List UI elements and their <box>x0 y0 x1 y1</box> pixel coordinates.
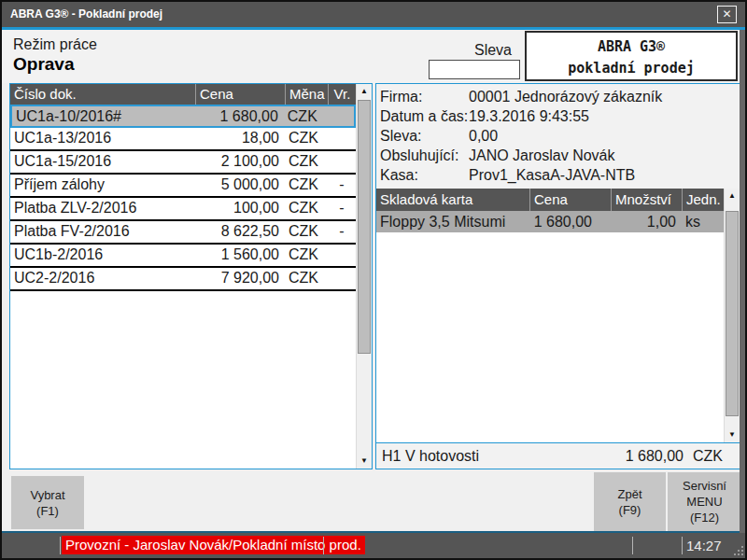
doc-number: UC1a-15/2016 <box>10 151 195 173</box>
items-table-empty-area <box>376 232 724 442</box>
doc-currency: CZK <box>285 198 328 219</box>
buttons-bar: Vybrat (F1) Zpět (F9) Servisní MENU (F12… <box>2 469 745 531</box>
doc-number: UC1b-2/2016 <box>10 245 195 266</box>
doc-price: 8 622,50 <box>195 221 285 243</box>
info-value: 00001 Jednorázový zákazník <box>469 88 740 107</box>
info-label: Datum a čas: <box>376 107 469 127</box>
doc-return-flag <box>328 128 356 149</box>
items-table: Skladová karta Cena Množství Jedn. Flopp… <box>376 189 724 442</box>
scrollbar-thumb[interactable] <box>358 100 371 354</box>
discount-input[interactable] <box>429 60 520 79</box>
doc-currency: CZK <box>285 151 328 173</box>
info-row-operator: Obsluhující: JANO Jaroslav Novák <box>376 147 740 166</box>
doc-return-flag <box>328 151 356 173</box>
table-row[interactable]: UC2-2/2016 7 920,00 CZK <box>10 268 356 291</box>
select-button[interactable]: Vybrat (F1) <box>11 476 84 529</box>
header-panel: Režim práce Oprava Sleva ABRA G3® poklad… <box>2 30 745 83</box>
doc-price: 1 560,00 <box>195 245 285 266</box>
table-row[interactable]: UC1b-2/2016 1 560,00 CZK <box>10 245 356 268</box>
table-row[interactable]: UC1a-13/2016 18,00 CZK <box>10 128 356 151</box>
status-clock: 14:27 <box>686 538 722 553</box>
item-quantity: 1,00 <box>611 211 682 232</box>
column-header-quantity: Množství <box>611 189 682 211</box>
back-button-fkey: (F9) <box>594 502 666 518</box>
doc-price: 100,00 <box>195 198 285 219</box>
title-bar: ABRA G3® - Pokladní prodej ✕ <box>2 2 745 27</box>
item-price: 1 680,00 <box>529 211 611 232</box>
detail-panel: Firma: 00001 Jednorázový zákazník Datum … <box>375 83 740 469</box>
doc-price: 7 920,00 <box>195 268 285 289</box>
document-info: Firma: 00001 Jednorázový zákazník Datum … <box>376 84 740 189</box>
service-button-fkey: (F12) <box>668 510 741 525</box>
doc-price: 18,00 <box>195 128 285 149</box>
info-value: 19.3.2016 9:43:55 <box>469 107 740 127</box>
doc-currency: CZK <box>285 268 328 289</box>
table-row[interactable]: UC1a-10/2016# 1 680,00 CZK <box>10 105 356 128</box>
column-header-price: Cena <box>195 84 285 105</box>
info-label: Firma: <box>376 88 469 107</box>
window-title: ABRA G3® - Pokladní prodej <box>10 7 162 21</box>
doc-number: Platba ZLV-2/2016 <box>10 198 195 219</box>
work-mode-value: Oprava <box>13 54 74 75</box>
documents-table-header: Číslo dok. Cena Měna Vr. <box>10 84 356 105</box>
items-scrollbar[interactable]: ▲ ▼ <box>724 189 740 442</box>
doc-currency: CZK <box>285 221 328 243</box>
info-value: JANO Jaroslav Novák <box>469 147 740 166</box>
doc-return-flag: - <box>328 221 356 243</box>
total-amount: 1 680,00 <box>626 448 684 465</box>
scroll-down-icon[interactable]: ▼ <box>357 454 372 469</box>
info-value: Prov1_KasaA-JAVA-NTB <box>469 166 740 186</box>
scroll-up-icon[interactable]: ▲ <box>725 189 740 203</box>
info-label: Kasa: <box>376 166 469 186</box>
documents-scrollbar[interactable]: ▲ ▼ <box>356 84 372 469</box>
column-header-unit: Jedn. <box>682 189 724 211</box>
info-row-datetime: Datum a čas: 19.3.2016 9:43:55 <box>376 107 740 127</box>
item-row[interactable]: Floppy 3,5 Mitsumi 1 680,00 1,00 ks <box>376 211 724 232</box>
doc-number: UC1a-13/2016 <box>10 128 195 149</box>
table-row[interactable]: Platba FV-2/2016 8 622,50 CZK - <box>10 221 356 245</box>
resize-grip[interactable] <box>733 545 743 555</box>
doc-currency: CZK <box>285 175 328 196</box>
items-table-header: Skladová karta Cena Množství Jedn. <box>376 189 724 211</box>
status-user-location: Provozní - Jaroslav Novák/Pokladní místo… <box>62 536 365 554</box>
table-row[interactable]: Příjem zálohy 5 000,00 CZK - <box>10 175 356 198</box>
column-header-currency: Měna <box>285 84 328 105</box>
documents-table: Číslo dok. Cena Měna Vr. UC1a-10/2016# 1… <box>10 84 356 469</box>
doc-number: Příjem zálohy <box>10 175 195 196</box>
total-currency: CZK <box>684 448 740 465</box>
service-menu-button[interactable]: Servisní MENU (F12) <box>668 472 741 531</box>
doc-currency: CZK <box>285 245 328 266</box>
items-area: Skladová karta Cena Množství Jedn. Flopp… <box>376 189 740 442</box>
app-logo: ABRA G3® pokladní prodej <box>525 31 738 81</box>
service-button-label2: MENU <box>668 494 741 510</box>
scroll-down-icon[interactable]: ▼ <box>725 427 740 442</box>
doc-price: 5 000,00 <box>195 175 285 196</box>
work-mode-label: Režim práce <box>13 36 97 53</box>
column-header-doc-number: Číslo dok. <box>10 84 195 105</box>
doc-currency: CZK <box>285 128 328 149</box>
item-name: Floppy 3,5 Mitsumi <box>376 211 529 232</box>
statusbar-separator <box>60 537 61 554</box>
app-window: ABRA G3® - Pokladní prodej ✕ Režim práce… <box>0 0 747 560</box>
doc-return-flag <box>326 106 354 126</box>
payment-total-row: H1 V hotovosti 1 680,00 CZK <box>376 442 740 469</box>
payment-method-label: H1 V hotovosti <box>376 448 479 465</box>
documents-table-empty-area <box>10 291 356 469</box>
column-header-stock-card: Skladová karta <box>376 189 529 211</box>
back-button[interactable]: Zpět (F9) <box>594 472 666 531</box>
statusbar-separator <box>632 537 633 554</box>
doc-price: 2 100,00 <box>195 151 285 173</box>
info-row-register: Kasa: Prov1_KasaA-JAVA-NTB <box>376 166 740 186</box>
doc-return-flag <box>328 245 356 266</box>
doc-return-flag: - <box>328 175 356 196</box>
app-logo-line1: ABRA G3® <box>527 35 736 58</box>
service-button-label1: Servisní <box>668 478 741 494</box>
close-icon[interactable]: ✕ <box>717 6 737 23</box>
doc-price: 1 680,00 <box>195 106 284 126</box>
table-row[interactable]: UC1a-15/2016 2 100,00 CZK <box>10 151 356 175</box>
table-row[interactable]: Platba ZLV-2/2016 100,00 CZK - <box>10 198 356 221</box>
scroll-up-icon[interactable]: ▲ <box>357 84 372 99</box>
doc-currency: CZK <box>284 106 327 126</box>
scrollbar-thumb[interactable] <box>726 211 739 416</box>
info-row-discount: Sleva: 0,00 <box>376 127 740 147</box>
